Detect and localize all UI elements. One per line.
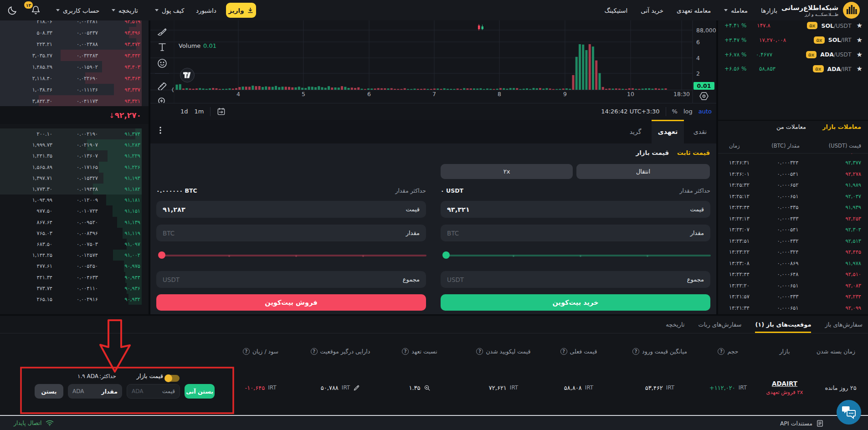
trade-row[interactable]: ۱۴:۲۳:۵۱۰.۰۰۰۴۳۲۹۲,۵۱۳ — [718, 235, 868, 247]
emoji-tool[interactable] — [157, 58, 168, 69]
nav-wallet[interactable]: کیف پول — [155, 0, 184, 20]
star-icon[interactable]: ★ — [857, 65, 863, 73]
sell-button[interactable]: فروش بیت‌کوین — [156, 294, 426, 311]
price-chart[interactable]: 4567891018:3088,0006420.01Volume0.01❬ — [150, 20, 716, 103]
trade-row[interactable]: ۱۴:۲۳:۲۲۰.۰۰۰۳۲۴۹۲,۴۴۵ — [718, 246, 868, 258]
buy-total-field[interactable]: مجموع USDT — [441, 271, 710, 288]
help-icon[interactable]: ? — [560, 348, 567, 355]
nav-menu-item-4[interactable]: استیکینگ — [604, 7, 627, 14]
order-book-row[interactable]: ۲۱۸.۰۶۰.۰۰۲۳۸۱۹۳,۵۱۹ — [0, 20, 149, 27]
star-icon[interactable]: ★ — [857, 21, 863, 30]
order-book-row[interactable]: ۸۶۷.۶۴۰.۰۰۹۵۲۰۹۱,۱۳۹ — [0, 217, 149, 228]
go-to-date-icon[interactable] — [217, 107, 226, 116]
trade-row[interactable]: ۱۴:۲۵:۱۲۰.۰۰۰۶۵۱۹۲,۰۴۷ — [718, 191, 868, 202]
close-price-field[interactable]: قیمت ADA — [127, 384, 180, 399]
order-book-row[interactable]: ۶۸۳.۵۰۰.۰۰۷۵۰۳۹۱,۰۹۷ — [0, 239, 149, 250]
timeframe-1d[interactable]: 1d — [180, 108, 188, 115]
draw-brush-tool[interactable] — [157, 27, 168, 38]
order-tab-تعهدی[interactable]: تعهدی — [652, 120, 684, 143]
support-chat-button[interactable] — [837, 400, 861, 425]
edit-icon[interactable] — [353, 384, 360, 391]
scale-log[interactable]: log — [683, 108, 693, 115]
trade-row[interactable]: ۱۴:۲۵:۳۲۰.۰۰۰۶۵۲۹۱,۹۸۹ — [718, 179, 868, 191]
order-book-row[interactable]: ۲۲۳.۲۱۰.۰۰۲۳۸۸۹۳,۴۷۲ — [0, 38, 149, 50]
help-icon[interactable]: ? — [243, 348, 250, 355]
order-tab-گرید[interactable]: گرید — [619, 120, 652, 143]
order-book-row[interactable]: ۲۰۰.۱۰۰.۰۰۲۱۹۰۹۱,۳۷۴ — [0, 128, 149, 139]
trade-row[interactable]: ۱۴:۲۲:۲۰۰.۰۰۰۶۵۱۹۲,۰۸۳ — [718, 280, 868, 292]
sell-amount-slider[interactable] — [158, 251, 426, 259]
order-book-row[interactable]: ۲۶۵.۱۵۰.۰۰۲۹۱۶۹۰,۹۳۲ — [0, 294, 149, 305]
order-book-row[interactable]: ۱,۷۷۳.۳۰۰.۰۱۹۴۴۸۹۱,۱۸۲ — [0, 184, 149, 195]
trade-row[interactable]: ۱۴:۲۱:۳۴۰.۰۰۰۶۵۱۹۲,۰۹۹ — [718, 302, 868, 314]
order-book-row[interactable]: ۱,۴۸۵.۲۹۰.۰۱۵۹۰۲۹۳,۴۰۳ — [0, 61, 149, 72]
order-book-row[interactable]: ۳,۰۳۵.۲۷۰.۰۳۲۴۸۳۹۳,۴۴۲ — [0, 50, 149, 61]
nav-account[interactable]: حساب کاربری — [56, 0, 99, 20]
sell-total-field[interactable]: مجموع USDT — [156, 271, 426, 288]
order-book-row[interactable]: ۱,۲۴۱.۳۵۰.۰۱۳۶۰۷۹۱,۲۲۹ — [0, 150, 149, 161]
order-book-row[interactable]: ۳۷۳.۷۴۰.۰۰۴۱۱۰۹۰,۹۳۶ — [0, 283, 149, 294]
magnifier-icon[interactable] — [424, 384, 431, 391]
positions-tab-2[interactable]: سفارش‌های ربات — [699, 316, 742, 333]
trade-row[interactable]: ۱۴:۲۶:۳۱۰.۰۰۰۳۲۴۹۲,۳۷۷ — [718, 157, 868, 169]
theme-toggle[interactable] — [7, 0, 17, 20]
brand[interactable]: شبکه‌اطلاع‌رسانی طـــلا،سکـــه و ارز — [781, 1, 860, 19]
order-book-row[interactable]: ۱,۰۳۸.۴۶۰.۰۱۱۱۲۶۹۳,۳۳۷ — [0, 84, 149, 95]
trade-row[interactable]: ۱۴:۲۴:۱۳۰.۰۰۰۴۳۳۹۲,۲۵۳ — [718, 213, 868, 225]
ruler-tool[interactable] — [157, 79, 168, 90]
chart-clock[interactable]: 14:26:42 UTC+3:30 — [601, 108, 659, 115]
market-row-ADA-IRT[interactable]: +۶.۵۶ %۵۸,۸۵۳ADA/IRT۵x★ — [718, 61, 868, 76]
nav-history[interactable]: تاریخچه — [112, 0, 138, 20]
order-book-row[interactable]: ۱,۳۹۷.۷۱۰.۰۱۵۳۲۷۹۱,۱۹۳ — [0, 173, 149, 184]
order-book-row[interactable]: ۴۲۱.۳۴۰.۰۰۴۶۳۳۹۰,۹۴۴ — [0, 272, 149, 283]
order-book-row[interactable]: ۳,۸۴۲.۳۰۰.۰۴۱۱۷۳۹۳,۳۲۱ — [0, 95, 149, 106]
order-book-row[interactable]: ۲,۱۱۸.۴۰۰.۰۲۲۶۹۰۹۳,۳۶۳ — [0, 72, 149, 84]
market-row-SOL-USDT[interactable]: +۴.۴۱ %۱۴۷.۸SOL/USDT۵x★ — [718, 20, 868, 33]
order-book-row[interactable]: ۱,۱۴۴.۲۵۰.۰۱۲۵۷۴۹۱,۰۰۲ — [0, 250, 149, 261]
slider-handle[interactable] — [158, 251, 165, 259]
trade-row[interactable]: ۱۴:۲۲:۴۴۰.۰۰۰۶۴۸۹۲,۵۱۰ — [718, 269, 868, 280]
market-row-ADA-USDT[interactable]: +۶.۷۸ %۰.۴۶۷۷ADA/USDT۵x★ — [718, 47, 868, 62]
nav-menu-item-0[interactable]: بازارها — [761, 7, 777, 14]
star-icon[interactable]: ★ — [857, 51, 863, 59]
star-icon[interactable]: ★ — [857, 36, 863, 44]
order-book-row[interactable]: ۷۶۵.۰۳۰.۰۰۸۳۹۶۹۱,۱۱۹ — [0, 228, 149, 239]
instant-close-button[interactable]: بستن آنی — [185, 384, 215, 399]
leverage-button[interactable]: ۲x — [441, 164, 573, 179]
order-book-row[interactable]: ۹۷۷.۵۰۰.۰۱۰۷۲۴۹۱,۱۵۱ — [0, 205, 149, 216]
nav-dashboard[interactable]: داشبورد — [196, 0, 216, 20]
api-docs-link[interactable]: مستندات API — [780, 420, 824, 427]
nav-menu-item-3[interactable]: خرید آنی — [641, 7, 663, 14]
positions-tab-1[interactable]: موقعیت‌های باز (۱) — [755, 316, 811, 333]
mode-market-price[interactable]: قیمت بازار — [636, 149, 669, 156]
help-icon[interactable]: ? — [632, 348, 639, 355]
buy-amount-slider[interactable] — [442, 251, 711, 259]
trade-row[interactable]: ۱۴:۲۴:۴۴۰.۰۰۰۴۳۵۹۱,۹۳۹ — [718, 202, 868, 213]
market-price-toggle[interactable] — [165, 375, 180, 382]
timeframe-1m[interactable]: 1m — [195, 108, 204, 115]
help-icon[interactable]: ? — [476, 348, 483, 355]
scale-auto[interactable]: auto — [699, 108, 712, 115]
text-tool[interactable] — [157, 41, 168, 52]
tab-my-trades[interactable]: معاملات من — [776, 123, 806, 130]
sell-amount-field[interactable]: مقدار BTC — [156, 225, 426, 241]
buy-price-field[interactable]: قیمت ۹۳,۳۲۱ — [441, 201, 710, 218]
help-icon[interactable]: ? — [718, 348, 724, 355]
slider-handle[interactable] — [442, 251, 450, 259]
scale-percent[interactable]: % — [672, 108, 678, 115]
sell-price-field[interactable]: قیمت ۹۱,۲۸۳ — [156, 201, 426, 218]
trade-row[interactable]: ۱۴:۲۶:۴۲۰.۰۰۰۵۱۲۹۲,۴۱۵ — [718, 154, 868, 157]
help-icon[interactable]: ? — [402, 348, 409, 355]
close-button[interactable]: بستن — [35, 384, 63, 399]
trade-row[interactable]: ۱۴:۲۶:۰۱۰.۰۰۰۵۴۱۹۲,۲۷۸ — [718, 169, 868, 180]
buy-amount-field[interactable]: مقدار BTC — [441, 225, 710, 241]
nav-menu-item-2[interactable]: معامله تعهدی — [677, 7, 711, 14]
order-book-row[interactable]: ۱,۰۹۴.۹۹۰.۰۱۲۰۰۹۹۱,۱۸۱ — [0, 195, 149, 205]
tab-market-trades[interactable]: معاملات بازار — [822, 123, 861, 130]
mode-fixed-price[interactable]: قیمت ثابت — [677, 149, 710, 156]
order-book-row[interactable]: ۱,۵۶۵.۸۹۰.۰۱۷۱۶۵۹۱,۲۲۶ — [0, 162, 149, 173]
nav-menu-item-1[interactable]: معامله — [724, 7, 748, 14]
close-amount-field[interactable]: مقدار ADA — [68, 384, 122, 399]
order-book-row[interactable]: ۴۷۷.۶۱۰.۰۰۵۲۵۰۹۰,۹۷۵ — [0, 261, 149, 271]
order-book-row[interactable]: ۱,۹۹۹.۷۳۰.۰۲۱۹۰۷۹۱,۲۸۳ — [0, 139, 149, 150]
